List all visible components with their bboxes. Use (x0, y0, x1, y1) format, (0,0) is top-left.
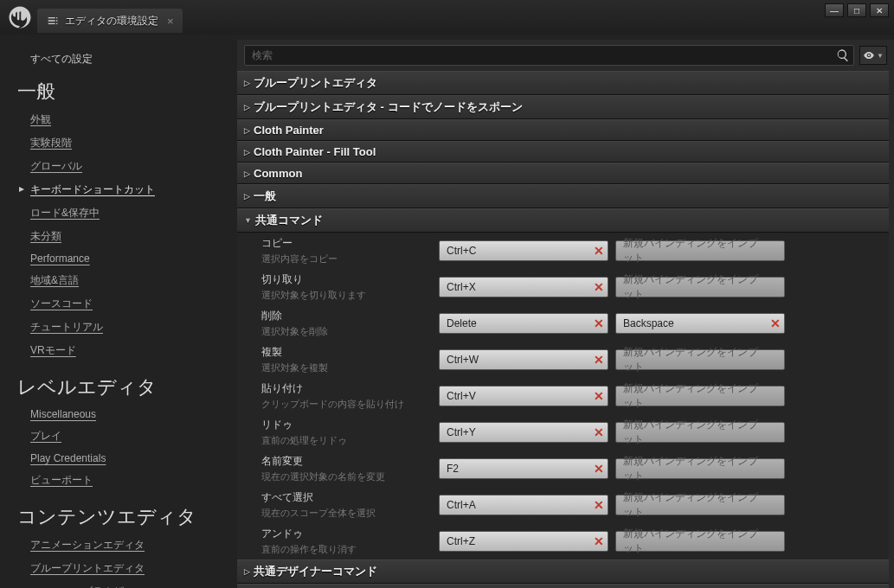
binding-input-1[interactable]: Ctrl+V✕ (439, 386, 608, 406)
binding-input-2[interactable]: 新規バインディングをインプット✕ (615, 386, 785, 406)
sidebar-item[interactable]: 外観 (0, 108, 223, 131)
sidebar-item[interactable]: アニメーションエディタ (0, 534, 223, 557)
clear-binding-icon[interactable]: ✕ (594, 534, 604, 548)
category-label: 共通デザイナーコマンド (254, 564, 377, 579)
sidebar-item[interactable]: ブループリントエディタ (0, 557, 223, 580)
category-header[interactable]: ▷Cloth Painter (237, 119, 889, 141)
command-desc: クリップボードの内容を貼り付け (261, 398, 432, 411)
sidebar-item[interactable]: VRモード (0, 339, 223, 362)
binding-input-1[interactable]: Delete✕ (439, 313, 608, 334)
category-label: Common (254, 167, 302, 180)
triangle-right-icon: ▷ (244, 103, 250, 112)
sidebar-item[interactable]: Miscellaneous (0, 404, 223, 425)
command-desc: 直前の操作を取り消す (261, 543, 432, 556)
binding-input-2[interactable]: 新規バインディングをインプット✕ (615, 495, 785, 515)
main-area: すべての設定 一般外観実験段階グローバルキーボードショートカットロード&保存中未… (0, 35, 894, 588)
clear-binding-icon[interactable]: ✕ (594, 462, 604, 476)
window-controls: — □ ✕ (825, 3, 889, 17)
sidebar-item[interactable]: キーボードショートカット (0, 178, 223, 201)
category-label: ブループリントエディタ (254, 75, 377, 91)
sidebar[interactable]: すべての設定 一般外観実験段階グローバルキーボードショートカットロード&保存中未… (0, 35, 223, 588)
command-row: リドゥ直前の処理をリドゥCtrl+Y✕新規バインディングをインプット✕ (237, 414, 889, 451)
binding-value: Ctrl+X (447, 281, 476, 293)
search-input[interactable] (244, 45, 854, 66)
clear-binding-icon[interactable]: ✕ (594, 353, 604, 367)
binding-input-1[interactable]: Ctrl+W✕ (439, 349, 608, 370)
clear-binding-icon[interactable]: ✕ (594, 280, 604, 294)
binding-value: 新規バインディングをインプット (623, 490, 763, 520)
sidebar-item[interactable]: ビューポート (0, 469, 223, 492)
category-header[interactable]: ▷一般 (237, 184, 889, 208)
category-label: 一般 (254, 189, 276, 204)
category-header[interactable]: ▷ブループリントエディタ - コードでノードをスポーン (237, 95, 889, 119)
clear-binding-icon[interactable]: ✕ (594, 498, 604, 512)
sidebar-all-settings[interactable]: すべての設定 (0, 43, 223, 67)
clear-binding-icon[interactable]: ✕ (594, 316, 604, 330)
category-header[interactable]: ▷Common (237, 163, 889, 184)
unreal-logo-icon (7, 4, 33, 30)
sections-scroll[interactable]: ▷ブループリントエディタ▷ブループリントエディタ - コードでノードをスポーン▷… (237, 71, 894, 588)
command-desc: 直前の処理をリドゥ (261, 434, 432, 447)
content-panel: ▼ ▷ブループリントエディタ▷ブループリントエディタ - コードでノードをスポー… (237, 40, 894, 588)
sidebar-item[interactable]: 未分類 (0, 225, 223, 248)
category-header[interactable]: ▷共通ビューポートコマンド (237, 584, 889, 588)
category-header[interactable]: ▷ブループリントエディタ (237, 71, 889, 95)
sidebar-item[interactable]: ソースコード (0, 292, 223, 316)
chevron-down-icon: ▼ (877, 52, 884, 60)
triangle-right-icon: ▷ (244, 126, 250, 135)
command-row: すべて選択現在のスコープ全体を選択Ctrl+A✕新規バインディングをインプット✕ (237, 487, 889, 523)
sidebar-item[interactable]: プレイ (0, 425, 223, 448)
command-row: 貼り付けクリップボードの内容を貼り付けCtrl+V✕新規バインディングをインプッ… (237, 378, 889, 414)
command-desc: 選択対象を削除 (261, 325, 432, 338)
sidebar-item[interactable]: グローバル (0, 155, 223, 178)
binding-value: Backspace (623, 317, 674, 329)
tab-close-icon[interactable]: × (167, 15, 174, 28)
binding-value: Delete (447, 317, 477, 329)
close-button[interactable]: ✕ (870, 3, 889, 17)
binding-input-1[interactable]: F2✕ (439, 458, 608, 479)
sidebar-item[interactable]: 実験段階 (0, 131, 223, 155)
binding-input-2[interactable]: 新規バインディングをインプット✕ (615, 531, 785, 552)
sidebar-item[interactable]: Performance (0, 248, 223, 269)
maximize-button[interactable]: □ (847, 3, 866, 17)
clear-binding-icon[interactable]: ✕ (594, 389, 604, 403)
clear-binding-icon[interactable]: ✕ (770, 316, 781, 330)
binding-input-2[interactable]: 新規バインディングをインプット✕ (615, 349, 785, 370)
category-header[interactable]: ▷共通デザイナーコマンド (237, 559, 889, 584)
binding-input-1[interactable]: Ctrl+Z✕ (439, 531, 608, 552)
command-info: 名前変更現在の選択対象の名前を変更 (246, 454, 432, 483)
minimize-button[interactable]: — (825, 3, 844, 17)
sidebar-item[interactable]: Play Credentials (0, 448, 223, 469)
command-info: コピー選択内容をコピー (246, 236, 432, 265)
binding-value: 新規バインディングをインプット (623, 527, 763, 556)
binding-input-2[interactable]: 新規バインディングをインプット✕ (615, 458, 785, 479)
sidebar-item[interactable]: コンテンツブラウザ (0, 580, 223, 588)
command-name: コピー (261, 236, 432, 251)
command-name: 切り取り (261, 272, 432, 287)
sidebar-item[interactable]: ロード&保存中 (0, 201, 223, 225)
binding-input-1[interactable]: Ctrl+Y✕ (439, 422, 608, 443)
category-header[interactable]: ▷Cloth Painter - Fill Tool (237, 141, 889, 163)
binding-input-1[interactable]: Ctrl+X✕ (439, 277, 608, 297)
binding-value: F2 (447, 463, 459, 475)
binding-input-2[interactable]: 新規バインディングをインプット✕ (615, 422, 785, 443)
binding-input-2[interactable]: 新規バインディングをインプット✕ (615, 240, 785, 261)
triangle-right-icon: ▷ (244, 192, 250, 201)
binding-value: Ctrl+W (447, 354, 479, 366)
binding-input-1[interactable]: Ctrl+A✕ (439, 495, 608, 515)
sidebar-item[interactable]: チュートリアル (0, 316, 223, 339)
binding-input-2[interactable]: Backspace✕ (615, 313, 785, 334)
category-header[interactable]: ▼共通コマンド (237, 208, 889, 233)
binding-input-1[interactable]: Ctrl+C✕ (439, 240, 608, 261)
command-name: アンドゥ (261, 527, 432, 541)
binding-value: 新規バインディングをインプット (623, 381, 763, 411)
visibility-dropdown[interactable]: ▼ (859, 46, 887, 65)
binding-value: 新規バインディングをインプット (623, 272, 763, 302)
binding-input-2[interactable]: 新規バインディングをインプット✕ (615, 277, 785, 297)
sidebar-item[interactable]: 地域&言語 (0, 269, 223, 292)
clear-binding-icon[interactable]: ✕ (594, 244, 604, 258)
command-row: 複製選択対象を複製Ctrl+W✕新規バインディングをインプット✕ (237, 342, 889, 378)
tab-editor-preferences[interactable]: エディタの環境設定 × (37, 9, 183, 33)
binding-value: Ctrl+C (447, 245, 476, 257)
clear-binding-icon[interactable]: ✕ (594, 425, 604, 439)
